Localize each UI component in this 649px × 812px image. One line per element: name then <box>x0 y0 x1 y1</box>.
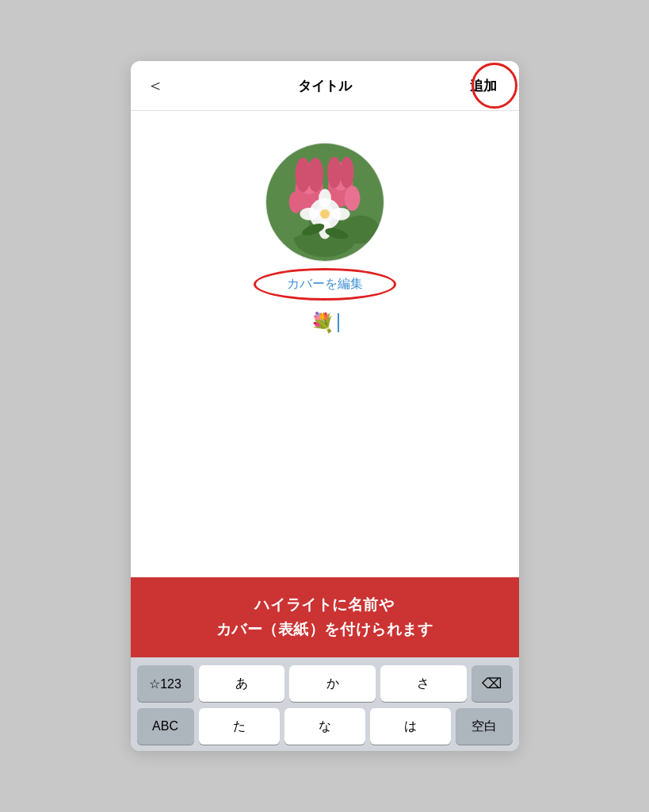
key-ha[interactable]: は <box>370 708 451 745</box>
banner-line1: ハイライトに名前や <box>143 593 506 617</box>
key-symbols[interactable]: ☆123 <box>137 665 194 702</box>
svg-point-18 <box>330 208 349 220</box>
key-abc[interactable]: ABC <box>137 708 194 745</box>
banner-line2: カバー（表紙）を付けられます <box>143 618 506 642</box>
edit-cover-wrapper: カバーを編集 <box>277 276 372 293</box>
add-button-wrapper: 追加 <box>464 77 503 95</box>
keyboard: ☆123 あ か さ ⌫ ABC た な は 空白 <box>131 657 519 751</box>
svg-point-7 <box>307 158 323 192</box>
add-button[interactable]: 追加 <box>464 75 503 97</box>
key-ka[interactable]: か <box>289 665 376 702</box>
svg-point-17 <box>300 208 319 220</box>
phone-screen: ＜ タイトル 追加 <box>131 61 519 751</box>
svg-point-3 <box>340 216 379 244</box>
backspace-icon: ⌫ <box>482 675 502 692</box>
text-cursor <box>338 313 339 332</box>
key-ta[interactable]: た <box>199 708 280 745</box>
key-backspace[interactable]: ⌫ <box>471 665 513 702</box>
svg-point-19 <box>344 186 360 211</box>
keyboard-row-1: ☆123 あ か さ ⌫ <box>137 665 513 702</box>
key-sa[interactable]: さ <box>380 665 467 702</box>
svg-point-11 <box>339 157 353 188</box>
title-input-area[interactable]: 💐 <box>311 312 339 334</box>
header: ＜ タイトル 追加 <box>131 61 519 111</box>
back-button[interactable]: ＜ <box>147 74 164 98</box>
key-na[interactable]: な <box>284 708 365 745</box>
key-space[interactable]: 空白 <box>456 708 513 745</box>
info-banner: ハイライトに名前や カバー（表紙）を付けられます <box>131 577 519 657</box>
page-title: タイトル <box>298 77 352 95</box>
cover-image[interactable] <box>265 143 384 262</box>
svg-point-20 <box>288 191 303 213</box>
title-emoji: 💐 <box>311 312 334 334</box>
content-area: カバーを編集 💐 <box>131 111 519 577</box>
edit-cover-button[interactable]: カバーを編集 <box>277 272 372 295</box>
keyboard-row-2: ABC た な は 空白 <box>137 708 513 745</box>
svg-point-14 <box>320 209 330 219</box>
key-a[interactable]: あ <box>199 665 285 702</box>
svg-point-15 <box>319 189 331 208</box>
svg-point-10 <box>326 157 341 188</box>
